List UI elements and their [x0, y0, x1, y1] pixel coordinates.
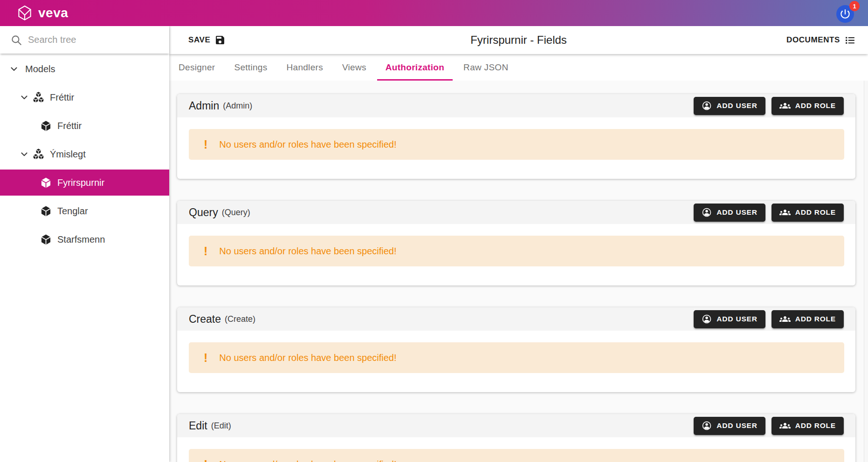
person-circle-icon: [702, 101, 712, 111]
tab-settings[interactable]: Settings: [226, 54, 276, 81]
tab-handlers[interactable]: Handlers: [278, 54, 331, 81]
documents-label: DOCUMENTS: [786, 35, 840, 45]
add-user-button[interactable]: ADD USER: [694, 204, 765, 222]
add-role-button[interactable]: ADD ROLE: [772, 417, 844, 435]
section-name: Create: [189, 313, 221, 326]
section-name: Edit: [189, 420, 207, 432]
add-role-button[interactable]: ADD ROLE: [772, 204, 844, 222]
main-area: SAVE Fyrirspurnir - Fields DOCUMENTS Des…: [169, 26, 868, 462]
add-user-label: ADD USER: [716, 102, 757, 110]
tree-item-frettir-group[interactable]: Fréttir: [0, 84, 169, 110]
person-circle-icon: [702, 207, 712, 217]
list-icon: [844, 34, 856, 46]
search-icon: [10, 34, 22, 46]
person-circle-icon: [702, 421, 712, 431]
add-user-button[interactable]: ADD USER: [694, 310, 765, 328]
warning-banner: ! No users and/or roles have been specif…: [189, 236, 844, 266]
group-icon: [779, 207, 791, 218]
add-role-label: ADD ROLE: [795, 421, 836, 430]
cube-icon: [40, 177, 52, 189]
section-name: Query: [189, 206, 218, 219]
section-body: ! No users and/or roles have been specif…: [177, 117, 855, 179]
documents-button[interactable]: DOCUMENTS: [786, 34, 856, 46]
notification-badge: 1: [849, 1, 860, 11]
add-role-label: ADD ROLE: [795, 208, 836, 217]
section-actions: ADD USER ADD ROLE: [694, 97, 844, 115]
section-actions: ADD USER ADD ROLE: [694, 310, 844, 328]
add-user-button[interactable]: ADD USER: [694, 97, 765, 115]
chevron-down-icon[interactable]: [19, 92, 30, 103]
cube-icon: [40, 233, 52, 246]
section-alias: (Query): [222, 208, 250, 217]
section-alias: (Edit): [211, 421, 231, 431]
warning-text: No users and/or roles have been specifie…: [219, 353, 396, 363]
tree-item-label: Fréttir: [57, 121, 82, 131]
sidebar: Models Fréttir Fréttir: [0, 26, 169, 462]
add-user-label: ADD USER: [716, 421, 757, 430]
group-icon: [779, 313, 791, 325]
authorization-content: Admin (Admin) ADD USER: [169, 81, 868, 462]
tree-item-ymislegt-group[interactable]: Ýmislegt: [0, 141, 169, 167]
section-header: Admin (Admin) ADD USER: [177, 94, 855, 117]
section-header: Query (Query) ADD USER: [177, 201, 855, 224]
tree-item-fyrirspurnir[interactable]: Fyrirspurnir: [0, 170, 169, 196]
tab-label: Views: [342, 62, 366, 73]
tab-label: Designer: [179, 62, 215, 73]
section-body: ! No users and/or roles have been specif…: [177, 437, 855, 462]
tab-authorization[interactable]: Authorization: [377, 54, 453, 81]
power-icon: [839, 8, 851, 20]
warning-text: No users and/or roles have been specifie…: [219, 246, 396, 257]
veva-logo-icon: [17, 5, 33, 21]
tree-item-models[interactable]: Models: [0, 56, 169, 82]
exclamation-icon: !: [204, 245, 207, 258]
exclamation-icon: !: [204, 351, 207, 365]
tab-bar: Designer Settings Handlers Views Authori…: [169, 54, 868, 81]
tree-search-row: [0, 26, 169, 54]
auth-section-create: Create (Create) ADD USER: [177, 307, 855, 392]
save-label: SAVE: [188, 35, 210, 45]
save-button[interactable]: SAVE: [188, 34, 226, 46]
add-role-button[interactable]: ADD ROLE: [772, 97, 844, 115]
tab-designer[interactable]: Designer: [170, 54, 223, 81]
section-body: ! No users and/or roles have been specif…: [177, 224, 855, 285]
logout-button[interactable]: 1: [835, 2, 861, 24]
section-header: Create (Create) ADD USER: [177, 307, 855, 331]
tree-item-starfsmenn[interactable]: Starfsmenn: [0, 226, 169, 252]
exclamation-icon: !: [204, 138, 207, 151]
auth-section-query: Query (Query) ADD USER: [177, 201, 855, 285]
section-actions: ADD USER ADD ROLE: [694, 417, 844, 435]
search-input[interactable]: [28, 34, 145, 45]
section-alias: (Admin): [223, 101, 252, 111]
add-role-button[interactable]: ADD ROLE: [772, 310, 844, 328]
scrollbar[interactable]: [864, 81, 868, 462]
tree-item-label: Fyrirspurnir: [57, 177, 104, 188]
tab-label: Authorization: [386, 62, 444, 73]
toolbar: SAVE Fyrirspurnir - Fields DOCUMENTS: [169, 26, 868, 54]
tree-item-frettir[interactable]: Fréttir: [0, 113, 169, 139]
add-role-label: ADD ROLE: [795, 315, 836, 323]
add-user-button[interactable]: ADD USER: [694, 417, 765, 435]
section-name: Admin: [189, 100, 219, 112]
tree-item-label: Tenglar: [57, 206, 88, 217]
add-user-label: ADD USER: [716, 208, 757, 217]
page-title: Fyrirspurnir - Fields: [169, 34, 868, 47]
exclamation-icon: !: [204, 458, 207, 462]
section-alias: (Create): [225, 314, 255, 324]
model-tree: Models Fréttir Fréttir: [0, 54, 169, 252]
tab-label: Handlers: [287, 62, 323, 73]
brand-logo[interactable]: veva: [17, 5, 68, 21]
tab-views[interactable]: Views: [334, 54, 375, 81]
tab-label: Raw JSON: [463, 62, 508, 73]
tree-item-label: Fréttir: [50, 92, 74, 103]
add-role-label: ADD ROLE: [795, 102, 836, 110]
tree-item-tenglar[interactable]: Tenglar: [0, 198, 169, 224]
tab-raw-json[interactable]: Raw JSON: [455, 54, 517, 81]
cube-icon: [40, 120, 52, 132]
cubes-group-icon: [32, 148, 45, 161]
tree-item-label: Models: [25, 64, 55, 75]
warning-text: No users and/or roles have been specifie…: [219, 459, 396, 462]
chevron-down-icon[interactable]: [19, 149, 30, 160]
chevron-down-icon[interactable]: [8, 63, 20, 75]
add-user-label: ADD USER: [716, 315, 757, 323]
brand-name: veva: [38, 6, 68, 20]
